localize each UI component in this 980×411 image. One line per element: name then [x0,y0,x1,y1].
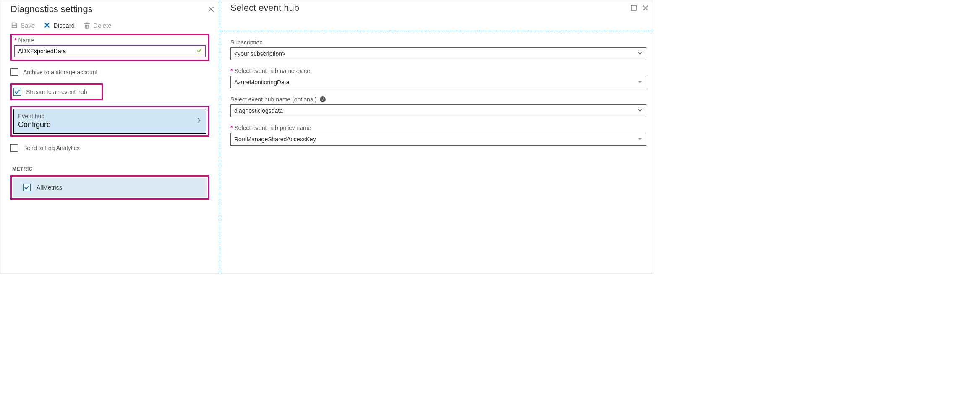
valid-check-icon [196,48,202,55]
delete-icon [83,21,91,29]
eventhub-configure[interactable]: Event hub Configure [13,109,206,134]
allmetrics-row[interactable]: AllMetrics [13,178,207,197]
policy-field: * Select event hub policy name RootManag… [230,125,646,146]
name-input-wrap [14,45,206,57]
save-label: Save [21,22,35,29]
required-star: * [230,125,233,131]
right-header: Select event hub [220,0,653,16]
toolbar: Save Discard Delete [0,18,220,34]
subscription-select[interactable]: <your subscription> [230,47,646,60]
allmetrics-highlight: AllMetrics [10,175,209,200]
discard-icon [43,21,51,29]
archive-checkbox[interactable] [10,68,18,76]
svg-rect-0 [631,5,636,10]
log-analytics-row[interactable]: Send to Log Analytics [10,143,209,153]
subscription-value: <your subscription> [234,50,285,57]
metric-caption: METRIC [12,166,209,172]
name-section-highlight: * Name [10,34,209,61]
form-body: * Name Archive to a storage account Stre… [0,34,220,211]
chevron-down-icon [638,136,643,143]
policy-label: * Select event hub policy name [230,125,646,131]
restore-icon[interactable] [630,5,637,11]
log-analytics-label: Send to Log Analytics [23,145,80,151]
chevron-down-icon [638,79,643,86]
name-input[interactable] [14,45,206,57]
chevron-down-icon [638,107,643,114]
select-event-hub-panel: Select event hub Subscription <your subs… [220,0,653,273]
close-icon[interactable] [208,6,214,13]
info-icon[interactable]: i [320,96,326,102]
required-star: * [230,68,233,74]
log-analytics-checkbox[interactable] [10,144,18,152]
hubname-value: diagnosticlogsdata [234,107,283,114]
delete-button[interactable]: Delete [83,21,111,29]
eventhub-configure-text: Configure [18,120,51,129]
namespace-field: * Select event hub namespace AzureMonito… [230,68,646,88]
close-icon[interactable] [642,5,649,11]
discard-button[interactable]: Discard [43,21,75,29]
namespace-label: * Select event hub namespace [230,68,646,74]
chevron-right-icon [196,117,202,125]
allmetrics-checkbox[interactable] [23,184,31,191]
stream-highlight: Stream to an event hub [10,83,103,100]
namespace-select[interactable]: AzureMonitoringData [230,76,646,88]
namespace-value: AzureMonitoringData [234,79,290,86]
hubname-select[interactable]: diagnosticlogsdata [230,104,646,117]
subscription-label: Subscription [230,39,646,46]
eventhub-small-label: Event hub [18,113,51,120]
stream-checkbox[interactable] [13,88,21,96]
stream-label: Stream to an event hub [26,88,87,95]
policy-value: RootManageSharedAccessKey [234,136,316,143]
diagnostics-settings-panel: Diagnostics settings Save Discard Delete… [0,0,220,273]
allmetrics-label: AllMetrics [37,184,62,191]
discard-label: Discard [53,22,75,29]
save-button[interactable]: Save [10,21,35,29]
archive-checkbox-row[interactable]: Archive to a storage account [10,67,209,78]
delete-label: Delete [93,22,111,29]
left-title: Diagnostics settings [10,4,93,15]
stream-checkbox-row[interactable]: Stream to an event hub [13,86,100,97]
hubname-field: Select event hub name (optional) i diagn… [230,96,646,117]
eventhub-config-highlight: Event hub Configure [10,106,209,137]
save-icon [10,21,18,29]
right-body: Subscription <your subscription> * Selec… [220,31,653,273]
subscription-field: Subscription <your subscription> [230,39,646,60]
right-title: Select event hub [230,3,299,13]
left-header: Diagnostics settings [0,0,220,18]
required-star: * [14,37,16,44]
name-label: * Name [14,37,206,44]
archive-label: Archive to a storage account [23,69,97,75]
hubname-label: Select event hub name (optional) i [230,96,646,103]
policy-select[interactable]: RootManageSharedAccessKey [230,133,646,146]
chevron-down-icon [638,50,643,57]
